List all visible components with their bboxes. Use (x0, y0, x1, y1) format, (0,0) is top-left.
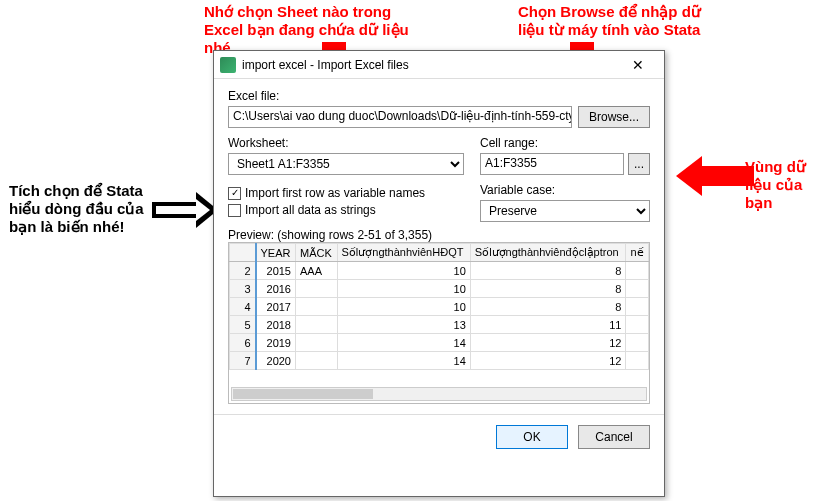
column-header[interactable]: YEAR (256, 244, 296, 262)
column-header[interactable]: Sốlượngthànhviênđộclậptron (470, 244, 626, 262)
worksheet-label: Worksheet: (228, 136, 464, 150)
dialog-title: import excel - Import Excel files (242, 58, 618, 72)
ok-button[interactable]: OK (496, 425, 568, 449)
column-header[interactable]: MÃCK (296, 244, 338, 262)
varcase-label: Variable case: (480, 183, 650, 197)
cellrange-label: Cell range: (480, 136, 650, 150)
excel-file-input[interactable]: C:\Users\ai vao dung duoc\Downloads\Dữ-l… (228, 106, 572, 128)
import-excel-dialog: import excel - Import Excel files ✕ Exce… (213, 50, 665, 497)
firstrow-checkbox-label: Import first row as variable names (245, 186, 425, 200)
column-header[interactable]: nế (626, 244, 649, 262)
firstrow-checkbox[interactable]: ✓ (228, 187, 241, 200)
varcase-select[interactable]: Preserve (480, 200, 650, 222)
table-row[interactable]: 520181311 (230, 316, 649, 334)
horizontal-scrollbar[interactable] (231, 387, 647, 401)
table-row[interactable]: 620191412 (230, 334, 649, 352)
cellrange-input[interactable]: A1:F3355 (480, 153, 624, 175)
excel-file-label: Excel file: (228, 89, 650, 103)
arrow-range-icon (676, 156, 754, 196)
allstrings-checkbox[interactable] (228, 204, 241, 217)
table-row[interactable]: 720201412 (230, 352, 649, 370)
table-row[interactable]: 22015AAA108 (230, 262, 649, 280)
column-header[interactable]: SốlượngthànhviênHĐQT (337, 244, 470, 262)
cancel-button[interactable]: Cancel (578, 425, 650, 449)
cellrange-browse-button[interactable]: ... (628, 153, 650, 175)
titlebar: import excel - Import Excel files ✕ (214, 51, 664, 79)
table-row[interactable]: 42017108 (230, 298, 649, 316)
app-icon (220, 57, 236, 73)
worksheet-select[interactable]: Sheet1 A1:F3355 (228, 153, 464, 175)
annotation-firstrow: Tích chọn để Stata hiểu dòng đầu của bạn… (9, 182, 159, 236)
allstrings-checkbox-label: Import all data as strings (245, 203, 376, 217)
annotation-browse: Chọn Browse để nhập dữ liệu từ máy tính … (518, 3, 728, 39)
browse-button[interactable]: Browse... (578, 106, 650, 128)
close-icon[interactable]: ✕ (618, 57, 658, 73)
preview-grid[interactable]: YEARMÃCKSốlượngthànhviênHĐQTSốlượngthành… (228, 242, 650, 404)
preview-label: Preview: (showing rows 2-51 of 3,355) (228, 228, 650, 242)
table-row[interactable]: 32016108 (230, 280, 649, 298)
arrow-firstrow-icon (152, 192, 218, 228)
annotation-range: Vùng dữ liệu của bạn (745, 158, 830, 212)
